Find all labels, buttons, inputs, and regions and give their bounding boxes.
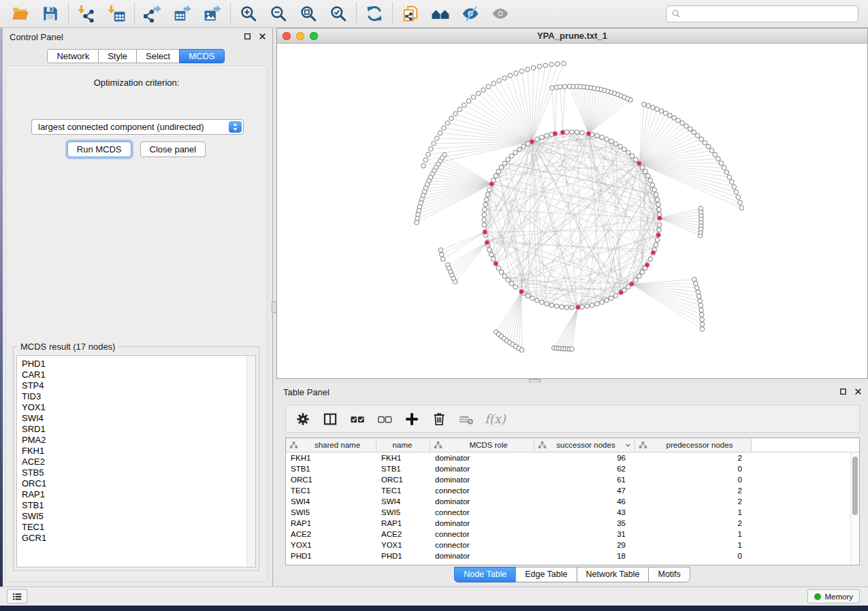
export-table-icon[interactable] [170, 3, 195, 24]
graph-node[interactable] [558, 84, 563, 89]
graph-node[interactable] [485, 193, 490, 197]
graph-node[interactable] [466, 99, 471, 103]
graph-node[interactable] [429, 147, 434, 152]
graph-node[interactable] [655, 107, 660, 112]
run-mcds-button[interactable]: Run MCDS [67, 142, 131, 157]
export-network-icon[interactable] [140, 3, 165, 24]
graph-node[interactable] [605, 298, 609, 303]
graph-node[interactable] [453, 280, 457, 284]
graph-node[interactable] [668, 113, 673, 118]
table-row[interactable]: SWI5SWI5connector431 [286, 507, 859, 518]
graph-node[interactable] [517, 147, 522, 152]
graph-node[interactable] [545, 301, 549, 306]
graph-dominator-node[interactable] [530, 139, 534, 144]
graph-node[interactable] [640, 270, 645, 275]
graph-node[interactable] [692, 130, 696, 135]
graph-node[interactable] [519, 69, 524, 73]
column-header-name[interactable]: name [376, 438, 430, 452]
graph-node[interactable] [626, 150, 631, 155]
tab-network-table[interactable]: Network Table [577, 567, 649, 582]
graph-node[interactable] [648, 178, 653, 183]
graph-node[interactable] [699, 308, 704, 312]
graph-node[interactable] [658, 222, 662, 227]
graph-node[interactable] [738, 200, 743, 205]
mcds-result-node[interactable]: FKH1 [22, 446, 243, 457]
graph-node[interactable] [697, 294, 702, 299]
graph-node[interactable] [486, 84, 491, 89]
graph-node[interactable] [415, 220, 419, 225]
graph-node[interactable] [657, 208, 662, 212]
graph-node[interactable] [502, 76, 507, 80]
table-row[interactable]: ORC1ORC1dominator610 [286, 474, 859, 485]
graph-node[interactable] [549, 303, 554, 308]
graph-node[interactable] [734, 190, 739, 195]
graph-node[interactable] [655, 237, 660, 242]
graph-node[interactable] [609, 139, 614, 144]
column-header-MCDS-role[interactable]: MCDS role [430, 438, 534, 452]
zoom-in-icon[interactable] [236, 3, 261, 24]
graph-node[interactable] [595, 133, 600, 138]
search-input[interactable] [681, 7, 854, 20]
graph-dominator-node[interactable] [519, 289, 524, 294]
graph-node[interactable] [432, 142, 436, 146]
graph-node[interactable] [688, 127, 692, 131]
tab-node-table[interactable]: Node Table [454, 567, 516, 582]
graph-node[interactable] [508, 73, 513, 78]
table-scrollbar[interactable] [850, 452, 859, 565]
graph-dominator-node[interactable] [586, 131, 591, 136]
graph-node[interactable] [730, 180, 735, 184]
tab-edge-table[interactable]: Edge Table [515, 567, 577, 582]
graph-node[interactable] [567, 84, 572, 89]
graph-node[interactable] [570, 130, 575, 135]
graph-node[interactable] [526, 67, 530, 72]
graph-node[interactable] [483, 202, 488, 207]
mcds-result-node[interactable]: TID3 [22, 391, 243, 402]
settings-icon[interactable] [294, 410, 312, 428]
graph-dominator-node[interactable] [637, 161, 641, 166]
graph-node[interactable] [449, 116, 454, 121]
open-file-icon[interactable] [8, 3, 33, 24]
tab-motifs[interactable]: Motifs [648, 567, 690, 582]
table-row[interactable]: ACE2ACE2connector311 [286, 529, 859, 540]
graph-node[interactable] [506, 157, 511, 162]
graph-dominator-node[interactable] [619, 291, 624, 295]
graph-node[interactable] [719, 161, 724, 166]
graph-node[interactable] [698, 299, 703, 303]
graph-node[interactable] [700, 317, 705, 322]
mcds-result-node[interactable]: YOX1 [22, 402, 243, 413]
graph-node[interactable] [727, 175, 732, 180]
graph-node[interactable] [492, 81, 496, 86]
graph-node[interactable] [453, 112, 458, 116]
graph-node[interactable] [435, 136, 440, 141]
memory-button[interactable]: Memory [807, 589, 860, 604]
graph-node[interactable] [700, 327, 705, 331]
graph-node[interactable] [655, 197, 660, 202]
graph-node[interactable] [426, 152, 431, 157]
refresh-icon[interactable] [362, 3, 387, 24]
column-header-predecessor-nodes[interactable]: predecessor nodes [635, 438, 752, 452]
tab-select[interactable]: Select [136, 49, 180, 63]
graph-node[interactable] [560, 305, 564, 310]
graph-dominator-node[interactable] [483, 230, 487, 235]
graph-node[interactable] [694, 286, 699, 291]
graph-dominator-node[interactable] [485, 240, 489, 245]
graph-node[interactable] [654, 243, 658, 248]
graph-node[interactable] [716, 156, 721, 161]
search-box[interactable] [666, 5, 858, 22]
graph-dominator-node[interactable] [630, 282, 634, 286]
save-session-icon[interactable] [38, 3, 63, 24]
graph-node[interactable] [496, 266, 501, 271]
graph-node[interactable] [590, 303, 594, 308]
graph-node[interactable] [698, 206, 703, 211]
table-row[interactable]: PHD1PHD1dominator180 [286, 550, 859, 561]
table-row[interactable]: RAP1RAP1dominator352 [286, 518, 859, 529]
column-header-successor-nodes[interactable]: successor nodes [534, 438, 635, 452]
close-panel-button-mcds[interactable]: Close panel [140, 142, 206, 157]
graph-dominator-node[interactable] [553, 131, 558, 136]
graph-node[interactable] [564, 306, 569, 310]
graph-node[interactable] [513, 285, 518, 290]
graph-dominator-node[interactable] [645, 263, 649, 267]
graph-node[interactable] [440, 257, 445, 262]
graph-node[interactable] [554, 304, 559, 309]
zoom-selected-icon[interactable] [326, 3, 351, 24]
